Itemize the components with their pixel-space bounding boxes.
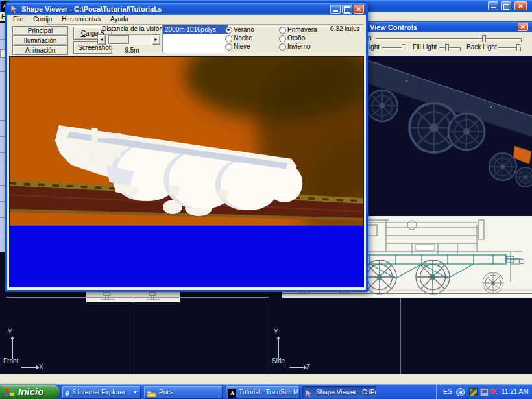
slider-endcap — [520, 47, 521, 51]
minimize-glyph — [333, 10, 338, 12]
menu-herramientas[interactable]: Herramientas — [58, 15, 104, 23]
radio-invierno[interactable] — [279, 43, 286, 51]
close-glyph: ✕ — [356, 6, 361, 13]
radio-otono[interactable] — [279, 35, 286, 42]
menu-ayuda[interactable]: Ayuda — [106, 15, 132, 23]
back-light-slider-thumb[interactable] — [516, 44, 520, 51]
windows-flag-icon — [5, 387, 16, 397]
shape-viewer-window: Shape Viewer - C:\Poca\Tutorial\Tutorial… — [5, 1, 368, 292]
main-light-slider-thumb[interactable] — [482, 35, 486, 42]
side-axis-y-line — [278, 339, 279, 359]
task-label: Shape Viewer - C:\Po... — [316, 389, 376, 396]
close-icon[interactable]: ✕ — [514, 1, 527, 10]
side-center-line — [400, 298, 401, 374]
main-light-slider[interactable] — [376, 38, 521, 40]
key-light-slider-thumb[interactable] — [402, 44, 405, 51]
clock[interactable]: 11:21 AM — [502, 388, 529, 395]
tab-iluminacion[interactable]: Iluminación — [12, 36, 68, 45]
close-glyph: ✕ — [518, 3, 523, 10]
shape-viewer-icon — [305, 389, 313, 398]
render-canvas — [10, 57, 363, 287]
minimize-icon[interactable] — [330, 5, 341, 14]
maximize-icon[interactable] — [342, 5, 352, 14]
tray-app-icon[interactable] — [469, 388, 478, 396]
shape-viewer-titlebar[interactable]: Shape Viewer - C:\Poca\Tutorial\Tutorial… — [7, 3, 366, 15]
menu-corrija[interactable]: Corrija — [29, 15, 56, 23]
side-axis-z-label: Z — [306, 363, 310, 370]
hide-icons-chevron-icon[interactable] — [456, 388, 465, 396]
view-controls-window: View Controls ✕ n ight Fill Light Back L… — [365, 21, 532, 56]
front-axis-x-label: X — [39, 363, 43, 370]
task-label: Tutorial - TrainSim Mo... — [239, 389, 299, 396]
lod-listbox[interactable]: 2000m 1016polys — [162, 25, 228, 53]
close-icon[interactable]: ✕ — [354, 5, 364, 14]
chevron-down-icon[interactable]: ▼ — [133, 386, 138, 398]
view-controls-titlebar[interactable]: View Controls ✕ — [365, 22, 532, 32]
fill-light-slider-thumb[interactable] — [445, 44, 449, 51]
taskbar-button-shape-viewer[interactable]: Shape Viewer - C:\Po... — [302, 386, 376, 398]
slider-endcap — [460, 47, 461, 51]
radio-noche[interactable] — [225, 35, 232, 42]
close-icon[interactable]: ✕ — [518, 23, 528, 31]
view-controls-title: View Controls — [365, 23, 417, 31]
internet-explorer-icon: e — [65, 387, 69, 398]
distance-slider-left-arrow[interactable]: ◄ — [97, 34, 106, 45]
radio-otono-label[interactable]: Otoño — [287, 34, 305, 42]
taskbar-button-trainsim-modeler[interactable]: ATutorial - TrainSim Mo... — [226, 386, 299, 398]
radio-primavera-label[interactable]: Primavera — [287, 26, 317, 33]
side-view-label: Side — [272, 357, 285, 365]
taskbar: Inicio e3 Internet Explorer ▼ Poca ATuto… — [0, 384, 532, 399]
radio-verano-label[interactable]: Verano — [234, 26, 254, 33]
water-ground — [10, 226, 363, 287]
radio-invierno-label[interactable]: Invierno — [287, 43, 311, 50]
start-label: Inicio — [18, 386, 43, 397]
minimize-glyph — [491, 7, 496, 8]
front-center-line — [134, 298, 134, 374]
fill-light-slider[interactable] — [439, 47, 460, 49]
radio-nieve-label[interactable]: Nieve — [234, 43, 250, 50]
maximize-glyph — [344, 6, 350, 13]
task-label: Poca — [159, 389, 174, 396]
desktop: A ✕ F — [0, 0, 532, 399]
shape-viewer-3d-viewport[interactable] — [9, 56, 364, 287]
tab-animacion[interactable]: Animación — [12, 45, 68, 55]
shape-viewer-icon — [10, 5, 19, 14]
view-distance-label: Distancia de la visión — [97, 25, 168, 32]
shape-viewer-menubar: File Corrija Herramientas Ayuda — [7, 15, 366, 24]
folder-icon — [147, 390, 156, 398]
menu-file[interactable]: File — [9, 15, 27, 23]
system-tray: ES K 11:21 AM — [436, 385, 532, 399]
tab-principal[interactable]: Principal — [12, 26, 68, 36]
distance-slider-thumb[interactable] — [108, 35, 129, 44]
key-light-label: ight — [369, 43, 380, 51]
radio-noche-label[interactable]: Noche — [234, 34, 252, 42]
modeler-statusbar: Ready -3.377 -0.504 Object:2000:Bastidor… — [0, 374, 532, 384]
kaspersky-icon[interactable]: K — [491, 387, 497, 396]
lod-item-selected[interactable]: 2000m 1016polys — [163, 25, 228, 34]
view-distance-value: 9.5m — [111, 47, 153, 54]
taskbar-button-internet-explorer[interactable]: e3 Internet Explorer ▼ — [62, 386, 140, 398]
distance-slider-right-arrow[interactable]: ► — [152, 34, 160, 45]
radio-nieve[interactable] — [225, 43, 232, 51]
taskbar-button-poca[interactable]: Poca — [144, 386, 222, 398]
modeler-perspective-viewport[interactable] — [368, 55, 532, 215]
radio-primavera[interactable] — [279, 27, 286, 34]
fill-light-label: Fill Light — [413, 43, 437, 51]
tray-display-icon[interactable] — [480, 388, 489, 396]
slider-endcap — [521, 38, 522, 42]
radio-verano[interactable] — [225, 27, 232, 34]
task-label: 3 Internet Explorer — [72, 389, 125, 396]
front-view-label: Front — [3, 357, 18, 365]
shape-viewer-toolbar: Principal Iluminación Animación Carga S … — [7, 24, 366, 58]
start-button[interactable]: Inicio — [0, 385, 60, 399]
front-axis-x-line — [21, 367, 36, 368]
restore-icon[interactable] — [501, 1, 511, 10]
language-indicator[interactable]: ES — [443, 388, 452, 395]
shape-viewer-title: Shape Viewer - C:\Poca\Tutorial\Tutorial… — [7, 5, 162, 13]
fps-readout: 0.32 kujus — [330, 25, 365, 32]
close-glyph: ✕ — [520, 23, 526, 30]
side-axis-z-line — [289, 367, 304, 368]
minimize-icon[interactable] — [488, 1, 498, 10]
view-controls-row1-label: n — [368, 34, 372, 42]
perspective-canvas — [368, 55, 532, 215]
